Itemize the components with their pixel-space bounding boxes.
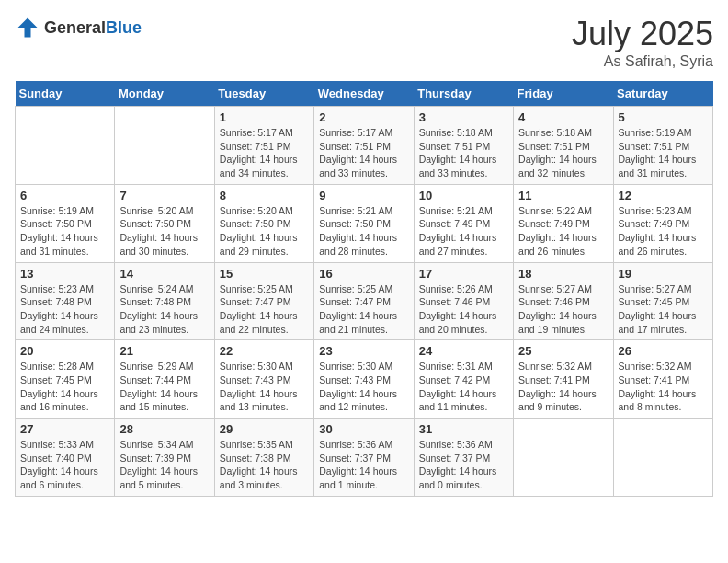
day-info: Sunrise: 5:18 AM Sunset: 7:51 PM Dayligh… <box>518 126 608 180</box>
day-number: 29 <box>220 422 309 436</box>
day-number: 19 <box>619 267 708 281</box>
day-info: Sunrise: 5:27 AM Sunset: 7:46 PM Dayligh… <box>518 282 608 337</box>
calendar-cell: 17Sunrise: 5:26 AM Sunset: 7:46 PM Dayli… <box>414 262 513 340</box>
calendar-cell: 13Sunrise: 5:23 AM Sunset: 7:48 PM Dayli… <box>16 262 115 340</box>
page-header: GeneralBlue July 2025 As Safirah, Syria <box>15 15 713 70</box>
day-info: Sunrise: 5:30 AM Sunset: 7:43 PM Dayligh… <box>220 360 309 414</box>
calendar-cell <box>613 419 712 497</box>
day-number: 16 <box>319 267 408 281</box>
calendar-table: SundayMondayTuesdayWednesdayThursdayFrid… <box>15 81 713 497</box>
calendar-cell: 5Sunrise: 5:19 AM Sunset: 7:51 PM Daylig… <box>613 107 712 185</box>
day-number: 22 <box>220 344 309 358</box>
calendar-cell: 1Sunrise: 5:17 AM Sunset: 7:51 PM Daylig… <box>214 107 313 185</box>
calendar-cell: 9Sunrise: 5:21 AM Sunset: 7:50 PM Daylig… <box>314 184 414 262</box>
day-number: 8 <box>220 189 309 202</box>
day-number: 5 <box>619 110 708 124</box>
calendar-week-row: 13Sunrise: 5:23 AM Sunset: 7:48 PM Dayli… <box>16 262 713 340</box>
day-info: Sunrise: 5:21 AM Sunset: 7:50 PM Dayligh… <box>319 204 408 259</box>
day-number: 23 <box>319 344 408 358</box>
calendar-cell: 10Sunrise: 5:21 AM Sunset: 7:49 PM Dayli… <box>414 184 513 262</box>
header-monday: Monday <box>115 81 214 107</box>
calendar-cell: 18Sunrise: 5:27 AM Sunset: 7:46 PM Dayli… <box>514 262 613 340</box>
calendar-cell: 23Sunrise: 5:30 AM Sunset: 7:43 PM Dayli… <box>314 340 414 419</box>
day-info: Sunrise: 5:27 AM Sunset: 7:45 PM Dayligh… <box>619 282 708 337</box>
calendar-cell: 2Sunrise: 5:17 AM Sunset: 7:51 PM Daylig… <box>314 107 414 185</box>
day-number: 26 <box>619 344 708 358</box>
day-number: 21 <box>119 344 209 358</box>
calendar-cell: 3Sunrise: 5:18 AM Sunset: 7:51 PM Daylig… <box>414 107 513 185</box>
calendar-cell <box>16 107 115 185</box>
svg-marker-0 <box>18 18 38 38</box>
day-info: Sunrise: 5:36 AM Sunset: 7:37 PM Dayligh… <box>319 438 408 492</box>
header-saturday: Saturday <box>613 81 712 107</box>
day-info: Sunrise: 5:20 AM Sunset: 7:50 PM Dayligh… <box>220 204 309 259</box>
day-info: Sunrise: 5:21 AM Sunset: 7:49 PM Dayligh… <box>419 204 508 259</box>
calendar-cell: 15Sunrise: 5:25 AM Sunset: 7:47 PM Dayli… <box>214 262 313 340</box>
day-info: Sunrise: 5:17 AM Sunset: 7:51 PM Dayligh… <box>220 126 309 180</box>
calendar-cell: 28Sunrise: 5:34 AM Sunset: 7:39 PM Dayli… <box>115 419 214 497</box>
calendar-week-row: 20Sunrise: 5:28 AM Sunset: 7:45 PM Dayli… <box>16 340 713 419</box>
day-info: Sunrise: 5:19 AM Sunset: 7:51 PM Dayligh… <box>619 126 708 180</box>
day-number: 7 <box>119 189 209 202</box>
calendar-week-row: 27Sunrise: 5:33 AM Sunset: 7:40 PM Dayli… <box>16 419 713 497</box>
calendar-cell: 19Sunrise: 5:27 AM Sunset: 7:45 PM Dayli… <box>613 262 712 340</box>
day-info: Sunrise: 5:25 AM Sunset: 7:47 PM Dayligh… <box>319 282 408 337</box>
header-thursday: Thursday <box>414 81 513 107</box>
calendar-cell: 22Sunrise: 5:30 AM Sunset: 7:43 PM Dayli… <box>214 340 313 419</box>
calendar-cell: 20Sunrise: 5:28 AM Sunset: 7:45 PM Dayli… <box>16 340 115 419</box>
calendar-header-row: SundayMondayTuesdayWednesdayThursdayFrid… <box>16 81 713 107</box>
calendar-cell: 30Sunrise: 5:36 AM Sunset: 7:37 PM Dayli… <box>314 419 414 497</box>
calendar-week-row: 6Sunrise: 5:19 AM Sunset: 7:50 PM Daylig… <box>16 184 713 262</box>
calendar-cell: 12Sunrise: 5:23 AM Sunset: 7:49 PM Dayli… <box>613 184 712 262</box>
calendar-cell: 16Sunrise: 5:25 AM Sunset: 7:47 PM Dayli… <box>314 262 414 340</box>
day-number: 12 <box>619 189 708 202</box>
day-number: 10 <box>419 189 508 202</box>
day-number: 25 <box>518 344 608 358</box>
day-info: Sunrise: 5:25 AM Sunset: 7:47 PM Dayligh… <box>220 282 309 337</box>
day-info: Sunrise: 5:18 AM Sunset: 7:51 PM Dayligh… <box>419 126 508 180</box>
calendar-cell: 26Sunrise: 5:32 AM Sunset: 7:41 PM Dayli… <box>613 340 712 419</box>
day-info: Sunrise: 5:31 AM Sunset: 7:42 PM Dayligh… <box>419 360 508 414</box>
calendar-cell: 8Sunrise: 5:20 AM Sunset: 7:50 PM Daylig… <box>214 184 313 262</box>
calendar-cell: 6Sunrise: 5:19 AM Sunset: 7:50 PM Daylig… <box>16 184 115 262</box>
day-info: Sunrise: 5:24 AM Sunset: 7:48 PM Dayligh… <box>119 282 209 337</box>
day-number: 14 <box>119 267 209 281</box>
day-number: 24 <box>419 344 508 358</box>
day-info: Sunrise: 5:32 AM Sunset: 7:41 PM Dayligh… <box>619 360 708 414</box>
calendar-cell: 24Sunrise: 5:31 AM Sunset: 7:42 PM Dayli… <box>414 340 513 419</box>
header-tuesday: Tuesday <box>214 81 313 107</box>
header-sunday: Sunday <box>16 81 115 107</box>
day-number: 2 <box>319 110 408 124</box>
calendar-cell: 4Sunrise: 5:18 AM Sunset: 7:51 PM Daylig… <box>514 107 613 185</box>
day-number: 31 <box>419 422 508 436</box>
day-number: 6 <box>20 189 109 202</box>
calendar-cell: 7Sunrise: 5:20 AM Sunset: 7:50 PM Daylig… <box>115 184 214 262</box>
day-number: 11 <box>518 189 608 202</box>
day-number: 3 <box>419 110 508 124</box>
day-number: 13 <box>20 267 109 281</box>
day-info: Sunrise: 5:29 AM Sunset: 7:44 PM Dayligh… <box>119 360 209 414</box>
calendar-cell <box>514 419 613 497</box>
day-number: 28 <box>119 422 209 436</box>
day-info: Sunrise: 5:22 AM Sunset: 7:49 PM Dayligh… <box>518 204 608 259</box>
logo-general: General <box>44 18 106 37</box>
day-number: 18 <box>518 267 608 281</box>
calendar-week-row: 1Sunrise: 5:17 AM Sunset: 7:51 PM Daylig… <box>16 107 713 185</box>
day-info: Sunrise: 5:23 AM Sunset: 7:49 PM Dayligh… <box>619 204 708 259</box>
day-number: 15 <box>220 267 309 281</box>
header-wednesday: Wednesday <box>314 81 414 107</box>
day-number: 17 <box>419 267 508 281</box>
calendar-cell: 25Sunrise: 5:32 AM Sunset: 7:41 PM Dayli… <box>514 340 613 419</box>
day-info: Sunrise: 5:33 AM Sunset: 7:40 PM Dayligh… <box>20 438 109 492</box>
day-info: Sunrise: 5:35 AM Sunset: 7:38 PM Dayligh… <box>220 438 309 492</box>
day-info: Sunrise: 5:19 AM Sunset: 7:50 PM Dayligh… <box>20 204 109 259</box>
day-info: Sunrise: 5:28 AM Sunset: 7:45 PM Dayligh… <box>20 360 109 414</box>
logo-blue: Blue <box>106 18 142 37</box>
day-number: 9 <box>319 189 408 202</box>
day-info: Sunrise: 5:34 AM Sunset: 7:39 PM Dayligh… <box>119 438 209 492</box>
day-info: Sunrise: 5:20 AM Sunset: 7:50 PM Dayligh… <box>119 204 209 259</box>
calendar-cell: 14Sunrise: 5:24 AM Sunset: 7:48 PM Dayli… <box>115 262 214 340</box>
day-number: 30 <box>319 422 408 436</box>
day-info: Sunrise: 5:30 AM Sunset: 7:43 PM Dayligh… <box>319 360 408 414</box>
day-info: Sunrise: 5:26 AM Sunset: 7:46 PM Dayligh… <box>419 282 508 337</box>
